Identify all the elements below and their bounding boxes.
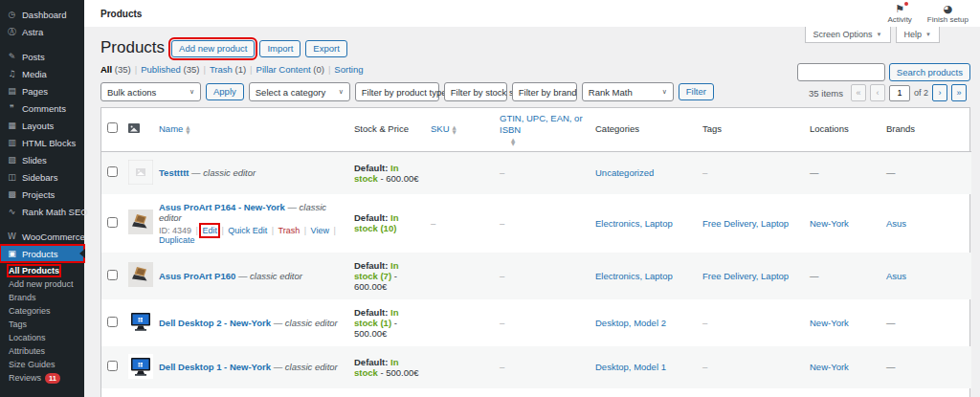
category-links[interactable]: Electronics, Laptop <box>595 218 673 229</box>
product-name-link[interactable]: Testtttt <box>159 167 189 178</box>
stock-default-label: Default: <box>354 212 388 223</box>
search-products-button[interactable]: Search products <box>889 63 970 81</box>
filter-button[interactable]: Filter <box>679 83 714 100</box>
status-filter-count: (35) <box>184 64 200 75</box>
row-actions-separator: | <box>301 226 308 235</box>
product-name-link[interactable]: Dell Desktop 2 - New-York <box>159 318 271 328</box>
view-link[interactable]: View <box>311 226 329 235</box>
sidebar-item-dashboard[interactable]: ◷Dashboard <box>0 6 84 23</box>
activity-button[interactable]: ⚑ Activity <box>888 3 912 25</box>
sidebar-item-slides[interactable]: ▧Slides <box>0 151 84 168</box>
row-stock-price-cell: Default: In stock (7) - 600.00€ <box>348 253 425 299</box>
select-all-checkbox[interactable] <box>107 122 118 133</box>
sidebar-item-pages[interactable]: ▤Pages <box>0 82 84 99</box>
product-thumbnail[interactable] <box>128 354 153 379</box>
last-page-button[interactable]: » <box>951 84 967 101</box>
brand-link[interactable]: Asus <box>886 271 906 281</box>
tags-empty: – <box>702 318 707 328</box>
sidebar-item-media[interactable]: ♫Media <box>0 65 84 82</box>
row-image-cell <box>122 388 153 397</box>
sidebar-item-woocommerce[interactable]: WWooCommerce <box>0 228 84 245</box>
sidebar-item-comments[interactable]: ❞Comments <box>0 99 84 117</box>
add-new-product-button[interactable]: Add new product <box>171 40 255 57</box>
export-button[interactable]: Export <box>305 40 346 57</box>
screen-options-tab[interactable]: Screen Options ▼ <box>805 27 891 43</box>
sidebar-item-layouts[interactable]: ▦Layouts <box>0 117 84 134</box>
category-links[interactable]: Electronics, Laptop <box>595 271 673 281</box>
location-link[interactable]: New-York <box>810 318 849 328</box>
location-link[interactable]: New-York <box>810 218 849 229</box>
product-type-filter-select[interactable]: Filter by product type ∨ <box>355 82 439 101</box>
location-link[interactable]: New-York <box>810 362 849 372</box>
brand-link[interactable]: Asus <box>886 218 906 229</box>
previous-page-button[interactable]: ‹ <box>870 84 885 101</box>
tag-links[interactable]: Free Delivery, Laptop <box>702 271 789 281</box>
product-name-link[interactable]: Dell Desktop 1 - New-York <box>159 362 271 372</box>
sidebar-item-sidebars[interactable]: ◫Sidebars <box>0 168 84 186</box>
sidebar-item-label: Slides <box>22 154 47 166</box>
row-checkbox[interactable] <box>107 270 118 280</box>
name-column-header[interactable]: Name▲▼ <box>153 108 348 151</box>
quick-edit-link[interactable]: Quick Edit <box>228 226 267 235</box>
row-checkbox[interactable] <box>107 166 118 177</box>
row-sku-cell <box>425 151 494 194</box>
product-thumbnail[interactable] <box>128 210 153 234</box>
row-checkbox[interactable] <box>107 317 118 327</box>
next-page-button[interactable]: › <box>932 84 947 101</box>
search-input[interactable] <box>797 63 885 81</box>
product-name-link[interactable]: Asus ProArt P160 <box>159 271 235 281</box>
product-thumbnail[interactable] <box>128 160 153 185</box>
sidebar-item-html-blocks[interactable]: ▥HTML Blocks <box>0 134 84 151</box>
row-image-cell <box>122 346 153 388</box>
product-name-link[interactable]: Asus ProArt P164 - New-York <box>159 202 285 212</box>
sidebar-item-rank-math-seo[interactable]: ∿Rank Math SEO <box>0 203 84 220</box>
duplicate-link[interactable]: Duplicate <box>159 235 195 245</box>
sidebar-item-products[interactable]: ▣Products <box>0 245 84 262</box>
bulk-actions-select[interactable]: Bulk actions ∨ <box>100 82 201 101</box>
sidebar-item-posts[interactable]: ✎Posts <box>0 48 84 65</box>
category-links[interactable]: Desktop, Model 2 <box>595 318 666 328</box>
sidebar-item-astra[interactable]: ⒶAstra <box>0 23 84 40</box>
woocommerce-icon: W <box>7 231 17 243</box>
trash-link[interactable]: Trash <box>278 226 301 235</box>
sidebar-subitem-add-new-product[interactable]: Add new product <box>0 277 84 291</box>
row-checkbox[interactable] <box>107 361 118 371</box>
status-filter-published[interactable]: Published (35) <box>141 64 199 75</box>
status-filter-pillar-content[interactable]: Pillar Content (0) <box>256 64 324 75</box>
sidebar-subitem-locations[interactable]: Locations <box>0 331 84 344</box>
sidebar-subitem-brands[interactable]: Brands <box>0 291 84 304</box>
help-tab[interactable]: Help ▼ <box>896 27 940 43</box>
tag-links[interactable]: Free Delivery, Laptop <box>702 218 789 229</box>
sidebar-subitem-tags[interactable]: Tags <box>0 318 84 331</box>
category-links[interactable]: Uncategorized <box>595 167 654 178</box>
brand-filter-select[interactable]: Filter by brand ∨ <box>512 82 577 101</box>
stock-status-filter-select[interactable]: Filter by stock status ∨ <box>444 82 507 101</box>
sidebar-item-projects[interactable]: ▩Projects <box>0 186 84 203</box>
sidebar-subitem-size-guides[interactable]: Size Guides <box>0 358 84 371</box>
product-thumbnail[interactable] <box>128 262 153 287</box>
finish-setup-button[interactable]: ◕ Finish setup <box>927 3 969 25</box>
sidebar-subitem-reviews[interactable]: Reviews11 <box>0 371 84 386</box>
status-filter-all[interactable]: All (35) <box>100 64 131 75</box>
status-filter-trash[interactable]: Trash (1) <box>210 64 246 75</box>
product-thumbnail[interactable] <box>128 309 153 334</box>
edit-link[interactable]: Edit <box>202 226 217 235</box>
rank-math-filter-select[interactable]: Rank Math ∨ <box>582 82 674 101</box>
sidebar-item-label: Posts <box>22 51 45 63</box>
sidebar-subitem-categories[interactable]: Categories <box>0 304 84 318</box>
apply-button[interactable]: Apply <box>206 83 244 100</box>
sidebar-subitem-all-products[interactable]: All Products <box>0 264 84 277</box>
sidebar-subitem-attributes[interactable]: Attributes <box>0 344 84 358</box>
breadcrumb: Products <box>100 9 142 19</box>
category-links[interactable]: Desktop, Model 1 <box>595 362 666 372</box>
sku-column-header[interactable]: SKU▲▼ <box>425 108 494 151</box>
category-filter-select[interactable]: Select a category ∨ <box>249 82 350 101</box>
status-filter-sorting[interactable]: Sorting <box>334 64 363 75</box>
first-page-button[interactable]: « <box>851 84 866 101</box>
brands-empty: — <box>886 318 896 328</box>
finish-setup-label: Finish setup <box>927 15 969 25</box>
row-checkbox[interactable] <box>107 217 118 228</box>
import-button[interactable]: Import <box>259 40 301 57</box>
current-page-input[interactable] <box>889 85 910 101</box>
gtin-column-header[interactable]: GTIN, UPC, EAN, or ISBN ▲▼ <box>494 108 590 151</box>
